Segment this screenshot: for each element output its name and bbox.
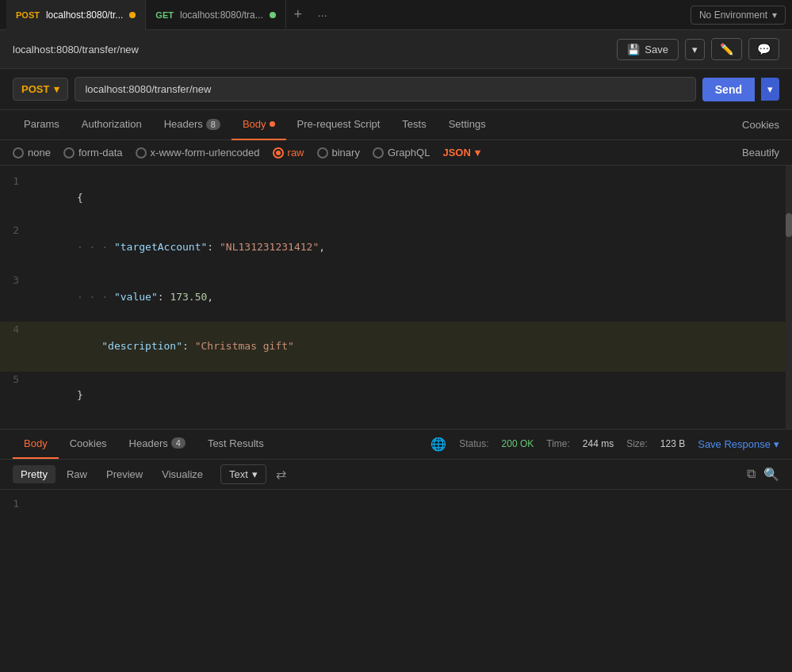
code-line-4: 4 "description": "Christmas gift": [0, 322, 792, 371]
status-code: 200 OK: [502, 438, 534, 449]
body-type-raw[interactable]: raw: [273, 147, 304, 158]
format-tab-preview-label: Preview: [106, 468, 143, 480]
save-icon: 💾: [627, 44, 640, 55]
line-content-5: }: [32, 372, 792, 421]
save-response-button[interactable]: Save Response ▾: [698, 438, 779, 450]
add-tab-button[interactable]: +: [286, 0, 310, 30]
key-targetAccount: "targetAccount": [114, 241, 207, 253]
radio-none-label: none: [28, 147, 51, 158]
line-content-4: "description": "Christmas gift": [32, 322, 792, 371]
method-select[interactable]: POST ▾: [13, 78, 68, 101]
response-body: 1: [0, 490, 792, 585]
colon-2: :: [207, 241, 220, 253]
comma-3: ,: [207, 291, 213, 303]
code-line-2: 2 · · · "targetAccount": "NL131231231412…: [0, 223, 792, 272]
request-nav-tabs: Params Authorization Headers 8 Body Pre-…: [0, 110, 792, 140]
response-tab-headers[interactable]: Headers 4: [118, 429, 197, 459]
colon-4: :: [182, 340, 195, 352]
body-type-none[interactable]: none: [13, 147, 51, 158]
format-select[interactable]: JSON ▾: [442, 147, 480, 158]
body-type-bar: none form-data x-www-form-urlencoded raw…: [0, 140, 792, 166]
body-type-urlencoded[interactable]: x-www-form-urlencoded: [136, 147, 260, 158]
tab-tests-label: Tests: [402, 118, 426, 130]
tab-settings-label: Settings: [449, 118, 486, 130]
format-tab-visualize[interactable]: Visualize: [154, 465, 211, 483]
scrollbar-thumb[interactable]: [786, 213, 792, 237]
line-number-5: 5: [0, 372, 32, 421]
edit-icon: ✏️: [720, 43, 733, 55]
tab-authorization[interactable]: Authorization: [71, 110, 153, 140]
response-tab-cookies-label: Cookies: [70, 437, 107, 449]
response-tab-testresults[interactable]: Test Results: [197, 429, 275, 459]
tab-prerequest[interactable]: Pre-request Script: [286, 110, 392, 140]
scrollbar-track[interactable]: [786, 166, 792, 429]
response-tab-headers-badge: 4: [171, 437, 186, 449]
more-tabs-button[interactable]: ···: [310, 0, 335, 30]
format-tab-raw[interactable]: Raw: [59, 465, 95, 483]
tab-settings[interactable]: Settings: [438, 110, 497, 140]
text-format-chevron-icon: ▾: [252, 468, 258, 480]
line-number-2: 2: [0, 223, 32, 272]
tab-tests[interactable]: Tests: [391, 110, 437, 140]
edit-button[interactable]: ✏️: [711, 38, 742, 60]
line-number-1: 1: [0, 174, 32, 223]
response-tab-cookies[interactable]: Cookies: [59, 429, 118, 459]
brace-open: {: [77, 192, 83, 204]
tab-body[interactable]: Body: [231, 110, 286, 140]
brace-close: }: [77, 389, 83, 401]
value-description: "Christmas gift": [195, 340, 294, 352]
colon-3: :: [158, 291, 170, 303]
key-value: "value": [114, 291, 158, 303]
format-tab-preview[interactable]: Preview: [98, 465, 151, 483]
send-button[interactable]: Send: [702, 78, 755, 101]
format-tab-raw-label: Raw: [67, 468, 87, 480]
tab-method-post: POST: [16, 10, 40, 20]
code-line-3: 3 · · · "value": 173.50,: [0, 273, 792, 322]
beautify-button[interactable]: Beautify: [742, 147, 779, 158]
env-selector[interactable]: No Environment ▾: [691, 6, 786, 25]
radio-binary-label: binary: [332, 147, 360, 158]
text-format-label: Text: [229, 468, 248, 480]
body-type-graphql[interactable]: GraphQL: [373, 147, 430, 158]
tab-url-post: localhost:8080/tr...: [46, 10, 123, 21]
save-button[interactable]: 💾 Save: [617, 39, 679, 60]
comment-icon: 💬: [757, 43, 771, 55]
filter-icon[interactable]: ⇄: [276, 467, 286, 482]
value-targetAccount: "NL131231231412": [220, 241, 319, 253]
tab-body-label: Body: [243, 118, 266, 130]
save-response-label: Save Response: [698, 438, 771, 450]
body-type-binary[interactable]: binary: [317, 147, 360, 158]
tab-dot-get: [270, 12, 276, 18]
send-chevron-icon: ▾: [767, 83, 773, 95]
indent-dots-3: · · ·: [77, 291, 114, 303]
tab-post[interactable]: POST localhost:8080/tr...: [6, 0, 146, 30]
value-value: 173.50: [170, 291, 207, 303]
format-tab-pretty[interactable]: Pretty: [13, 465, 55, 483]
comma-2: ,: [319, 241, 325, 253]
cookies-button[interactable]: Cookies: [742, 119, 779, 131]
text-format-select[interactable]: Text ▾: [220, 464, 266, 484]
url-input[interactable]: [75, 77, 695, 101]
size-value: 123 B: [660, 438, 685, 449]
key-description: "description": [101, 340, 182, 352]
tab-params[interactable]: Params: [13, 110, 71, 140]
code-editor[interactable]: 1 { 2 · · · "targetAccount": "NL13123123…: [0, 166, 792, 429]
send-dropdown-button[interactable]: ▾: [761, 78, 779, 101]
response-tab-body-label: Body: [24, 437, 48, 449]
indent-dots-2: · · ·: [77, 241, 114, 253]
comment-button[interactable]: 💬: [748, 38, 779, 60]
tab-get[interactable]: GET localhost:8080/tra...: [146, 0, 285, 30]
send-label: Send: [715, 83, 742, 96]
radio-none-dot: [13, 147, 24, 158]
indent-dots-4: [77, 340, 101, 352]
line-content-2: · · · "targetAccount": "NL131231231412",: [32, 223, 792, 272]
response-tab-body[interactable]: Body: [13, 429, 59, 459]
save-dropdown-button[interactable]: ▾: [685, 39, 705, 60]
search-button[interactable]: 🔍: [763, 467, 779, 482]
copy-button[interactable]: ⧉: [747, 467, 756, 481]
url-bar: POST ▾ Send ▾: [0, 69, 792, 110]
body-type-form-data[interactable]: form-data: [63, 147, 123, 158]
radio-urlencoded-label: x-www-form-urlencoded: [151, 147, 260, 158]
tab-headers[interactable]: Headers 8: [153, 110, 231, 140]
code-line-5: 5 }: [0, 372, 792, 421]
